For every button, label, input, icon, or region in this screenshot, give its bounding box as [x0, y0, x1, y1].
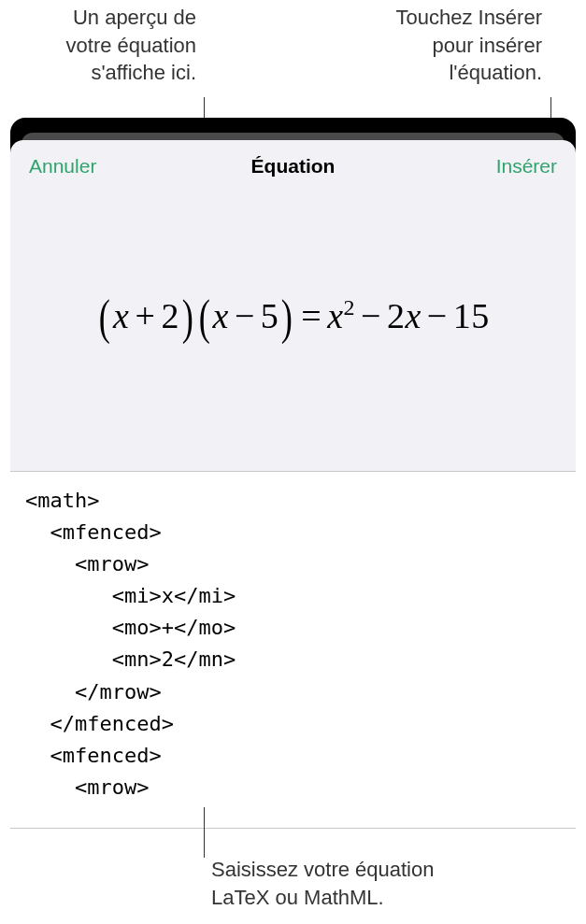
- callout-preview: Un aperçu de votre équation s'affiche ic…: [19, 4, 196, 87]
- sheet-background: Annuler Équation Insérer (x+2)(x−5)=x2−2…: [10, 118, 576, 817]
- number-2: 2: [161, 296, 179, 335]
- right-paren-2: ): [281, 290, 293, 345]
- equals-operator: =: [301, 296, 322, 335]
- variable-x: x: [113, 296, 129, 335]
- minus-operator: −: [235, 296, 255, 335]
- equation-code-input[interactable]: <math> <mfenced> <mrow> <mi>x</mi> <mo>+…: [10, 471, 576, 817]
- equation-preview-area: (x+2)(x−5)=x2−2x−15: [10, 191, 576, 471]
- navigation-bar: Annuler Équation Insérer: [10, 140, 576, 191]
- insert-button[interactable]: Insérer: [496, 155, 557, 178]
- equation-sheet: Annuler Équation Insérer (x+2)(x−5)=x2−2…: [10, 140, 576, 817]
- coefficient-2: 2: [387, 296, 406, 335]
- number-15: 15: [453, 296, 490, 335]
- plus-operator: +: [135, 296, 155, 335]
- minus-operator: −: [361, 296, 381, 335]
- equation-preview: (x+2)(x−5)=x2−2x−15: [96, 290, 490, 345]
- right-paren: ): [182, 290, 193, 345]
- variable-x: x: [327, 296, 343, 335]
- bottom-border: [10, 828, 576, 829]
- cancel-button[interactable]: Annuler: [29, 155, 96, 178]
- callout-input: Saisissez votre équation LaTeX ou MathML…: [211, 856, 566, 911]
- variable-x: x: [213, 296, 229, 335]
- callout-insert: Touchez Insérer pour insérer l'équation.: [374, 4, 542, 87]
- exponent-2: 2: [344, 295, 356, 320]
- device-frame: Annuler Équation Insérer (x+2)(x−5)=x2−2…: [10, 118, 576, 817]
- left-paren-2: (: [198, 290, 209, 345]
- left-paren: (: [99, 290, 110, 345]
- variable-x: x: [405, 296, 421, 335]
- callout-input-line: [204, 807, 205, 858]
- number-5: 5: [261, 296, 279, 335]
- sheet-title: Équation: [251, 155, 336, 178]
- minus-operator: −: [427, 296, 448, 335]
